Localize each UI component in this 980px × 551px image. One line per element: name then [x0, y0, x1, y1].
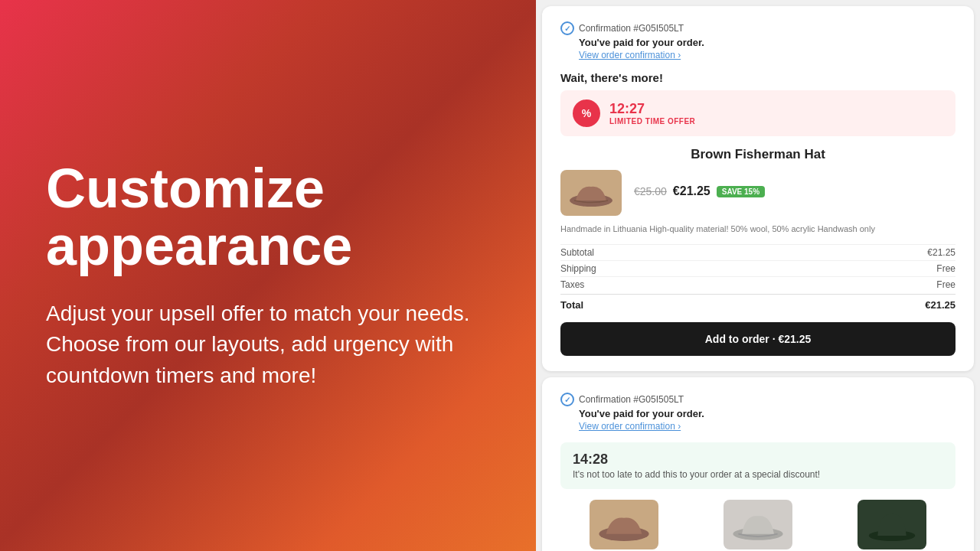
- timer-text: 12:27 LIMITED TIME OFFER: [609, 101, 695, 126]
- subtotal-value: €21.25: [927, 247, 956, 258]
- subtotal-row: Subtotal €21.25: [560, 244, 956, 260]
- product-card-darkgreen: Dark Green Beanie €25.00 €21.25 SAVE 16%…: [829, 500, 956, 551]
- confirm-id-2: Confirmation #G05I505LT: [579, 394, 684, 405]
- shipping-value: Free: [936, 263, 956, 274]
- product-info-1: €25.00 €21.25 SAVE 15%: [634, 184, 765, 201]
- subtotal-label: Subtotal: [560, 247, 594, 258]
- confirm-id-1: Confirmation #G05I505LT: [579, 23, 684, 34]
- confirm-id-row-2: Confirmation #G05I505LT: [560, 393, 956, 406]
- heading: Customize appearance: [46, 160, 490, 276]
- upsell-card-2: Confirmation #G05I505LT You've paid for …: [542, 377, 974, 551]
- timer-label-1: LIMITED TIME OFFER: [609, 117, 695, 126]
- confirmation-header-2: Confirmation #G05I505LT You've paid for …: [560, 393, 956, 432]
- product-desc-1: Handmade in Lithuania High-quality mater…: [560, 223, 956, 235]
- product-card-brown: Brown Fisherman Hat €25.00 €21.25 SAVE 1…: [560, 500, 687, 551]
- total-value: €21.25: [925, 299, 956, 311]
- timer-time-1: 12:27: [609, 101, 695, 117]
- timer-banner-red: % 12:27 LIMITED TIME OFFER: [560, 90, 956, 136]
- save-badge-1: SAVE 15%: [717, 186, 765, 197]
- upsell-card-1: Confirmation #G05I505LT You've paid for …: [542, 6, 974, 371]
- product-image-brown: [590, 500, 658, 549]
- total-row: Total €21.25: [560, 294, 956, 313]
- products-grid: Brown Fisherman Hat €25.00 €21.25 SAVE 1…: [560, 500, 956, 551]
- total-label: Total: [560, 299, 583, 311]
- hat-svg-1: [568, 178, 614, 208]
- product-image-grey: [724, 500, 792, 549]
- hat-svg-grey: [731, 506, 785, 544]
- timer-time-2: 14:28: [573, 452, 943, 468]
- confirm-id-row-1: Confirmation #G05I505LT: [560, 21, 956, 35]
- check-circle-icon-1: [560, 21, 574, 35]
- product-card-grey: Grey Fisherman Beanie €25.00 €21.25 SAVE…: [694, 500, 821, 551]
- check-circle-icon-2: [560, 393, 574, 406]
- add-to-order-button-1[interactable]: Add to order · €21.25: [560, 322, 956, 356]
- left-panel: Customize appearance Adjust your upsell …: [0, 0, 536, 551]
- product-image-1: [560, 170, 622, 216]
- percent-badge-icon: %: [573, 99, 600, 127]
- wait-header: Wait, there's more!: [560, 71, 956, 84]
- shipping-label: Shipping: [560, 263, 596, 274]
- hat-svg-darkgreen: [865, 506, 919, 544]
- right-panel: Confirmation #G05I505LT You've paid for …: [536, 0, 980, 551]
- confirm-paid-1: You've paid for your order.: [579, 37, 956, 48]
- taxes-label: Taxes: [560, 279, 584, 290]
- taxes-value: Free: [936, 279, 956, 290]
- product-image-darkgreen: [858, 500, 926, 549]
- product-title-1: Brown Fisherman Hat: [560, 147, 956, 162]
- taxes-row: Taxes Free: [560, 276, 956, 292]
- shipping-row: Shipping Free: [560, 260, 956, 276]
- price-row-1: €25.00 €21.25 SAVE 15%: [634, 184, 765, 198]
- timer-banner-green: 14:28 It's not too late to add this to y…: [560, 442, 956, 489]
- timer-label-2: It's not too late to add this to your or…: [573, 469, 943, 480]
- product-row-1: €25.00 €21.25 SAVE 15%: [560, 170, 956, 216]
- view-order-link-1[interactable]: View order confirmation ›: [579, 50, 956, 60]
- hat-svg-brown: [597, 506, 651, 544]
- confirm-paid-2: You've paid for your order.: [579, 408, 956, 419]
- confirmation-header-1: Confirmation #G05I505LT You've paid for …: [560, 21, 956, 60]
- description: Adjust your upsell offer to match your n…: [46, 298, 490, 392]
- price-sale-1: €21.25: [673, 184, 710, 198]
- view-order-link-2[interactable]: View order confirmation ›: [579, 421, 956, 432]
- price-original-1: €25.00: [634, 185, 667, 197]
